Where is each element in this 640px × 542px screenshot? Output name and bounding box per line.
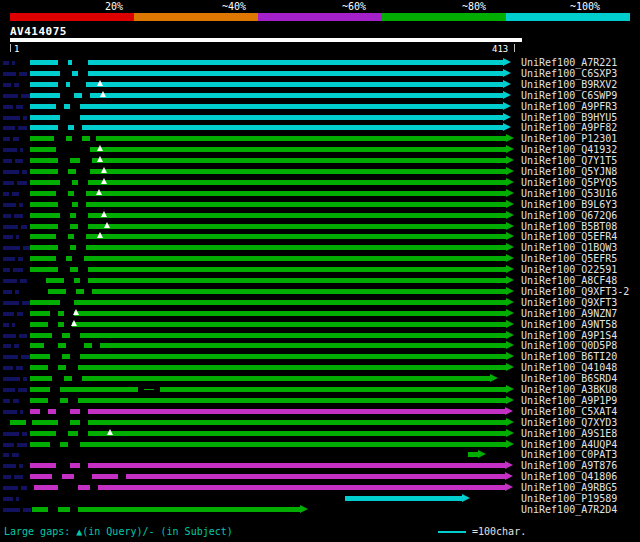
subject-id-label[interactable]: UniRef100_Q5EFR4 <box>521 231 617 242</box>
subject-id-label[interactable]: UniRef100_A9T876 <box>521 460 617 471</box>
hit-bar[interactable] <box>30 300 506 305</box>
subject-id-label[interactable]: UniRef100_Q5EFR5 <box>521 253 617 264</box>
hit-bar[interactable] <box>30 136 506 141</box>
hit-bar[interactable] <box>30 202 506 207</box>
alignment-row[interactable]: UniRef100_Q9XFT3 <box>0 297 640 308</box>
hit-bar[interactable] <box>30 431 506 436</box>
subject-id-label[interactable]: UniRef100_A9PF82 <box>521 122 617 133</box>
alignment-row[interactable]: UniRef100_Q9XFT3-2 <box>0 286 640 297</box>
hit-bar[interactable] <box>30 224 506 229</box>
hit-bar[interactable] <box>30 234 506 239</box>
hit-bar[interactable] <box>468 452 478 457</box>
alignment-row[interactable]: UniRef100_Q5PYQ5 <box>0 177 640 188</box>
hit-bar[interactable] <box>32 507 300 512</box>
alignment-row[interactable]: UniRef100_B6TI20 <box>0 351 640 362</box>
hit-bar[interactable] <box>30 213 506 218</box>
alignment-row[interactable]: UniRef100_P19589 <box>0 493 640 504</box>
alignment-row[interactable]: UniRef100_C0PAT3 <box>0 449 640 460</box>
subject-id-label[interactable]: UniRef100_A9PFR3 <box>521 101 617 112</box>
hit-bar[interactable] <box>30 267 506 272</box>
subject-id-label[interactable]: UniRef100_Q0D5P8 <box>521 340 617 351</box>
hit-bar[interactable] <box>30 71 503 76</box>
alignment-row[interactable]: UniRef100_A9PFR3 <box>0 101 640 112</box>
subject-id-label[interactable]: UniRef100_A9P1S4 <box>521 330 617 341</box>
subject-id-label[interactable]: UniRef100_A7R2D4 <box>521 504 617 515</box>
alignment-row[interactable]: UniRef100_B9RXV2 <box>0 79 640 90</box>
alignment-row[interactable]: UniRef100_Q41048 <box>0 362 640 373</box>
alignment-row[interactable]: UniRef100_A9S1E8 <box>0 428 640 439</box>
subject-id-label[interactable]: UniRef100_C0PAT3 <box>521 449 617 460</box>
alignment-row[interactable]: UniRef100_Q41806 <box>0 471 640 482</box>
alignment-row[interactable]: UniRef100_Q5EFR4 <box>0 231 640 242</box>
subject-id-label[interactable]: UniRef100_Q53U16 <box>521 188 617 199</box>
alignment-row[interactable]: UniRef100_C6SXP3 <box>0 68 640 79</box>
hit-bar[interactable] <box>345 496 462 501</box>
alignment-row[interactable]: UniRef100_B5BT08 <box>0 221 640 232</box>
hit-bar[interactable] <box>30 442 506 447</box>
alignment-row[interactable]: UniRef100_A8CF48 <box>0 275 640 286</box>
subject-id-label[interactable]: UniRef100_Q41932 <box>521 144 617 155</box>
subject-id-label[interactable]: UniRef100_C6SWP9 <box>521 90 617 101</box>
subject-id-label[interactable]: UniRef100_B9HYU5 <box>521 112 617 123</box>
subject-id-label[interactable]: UniRef100_Q7XYD3 <box>521 417 617 428</box>
subject-id-label[interactable]: UniRef100_A9RBG5 <box>521 482 617 493</box>
alignment-row[interactable]: UniRef100_B9L6Y3 <box>0 199 640 210</box>
hit-bar[interactable] <box>30 311 506 316</box>
hit-bar[interactable] <box>30 245 506 250</box>
hit-bar[interactable] <box>46 278 506 283</box>
subject-id-label[interactable]: UniRef100_P12301 <box>521 133 617 144</box>
subject-id-label[interactable]: UniRef100_A9NT58 <box>521 319 617 330</box>
subject-id-label[interactable]: UniRef100_A9S1E8 <box>521 428 617 439</box>
subject-id-label[interactable]: UniRef100_A7R221 <box>521 57 617 68</box>
alignment-row[interactable]: UniRef100_Q5YJN8 <box>0 166 640 177</box>
alignment-row[interactable]: UniRef100_B6SRD4 <box>0 373 640 384</box>
hit-bar[interactable] <box>30 191 506 196</box>
subject-id-label[interactable]: UniRef100_B6SRD4 <box>521 373 617 384</box>
alignment-row[interactable]: UniRef100_A9NT58 <box>0 319 640 330</box>
subject-id-label[interactable]: UniRef100_B9L6Y3 <box>521 199 617 210</box>
alignment-row[interactable]: UniRef100_Q1BQW3 <box>0 242 640 253</box>
hit-bar[interactable] <box>34 485 505 490</box>
alignment-row[interactable]: UniRef100_P12301 <box>0 133 640 144</box>
subject-id-label[interactable]: UniRef100_Q672Q6 <box>521 210 617 221</box>
subject-id-label[interactable]: UniRef100_B6TI20 <box>521 351 617 362</box>
alignment-row[interactable]: UniRef100_A9RBG5 <box>0 482 640 493</box>
alignment-row[interactable]: UniRef100_A9P1S4 <box>0 330 640 341</box>
hit-bar[interactable] <box>30 169 506 174</box>
subject-id-label[interactable]: UniRef100_A9NZN7 <box>521 308 617 319</box>
subject-id-label[interactable]: UniRef100_Q9XFT3-2 <box>521 286 629 297</box>
subject-id-label[interactable]: UniRef100_P19589 <box>521 493 617 504</box>
subject-id-label[interactable]: UniRef100_A9P1P9 <box>521 395 617 406</box>
alignment-row[interactable]: UniRef100_B9HYU5 <box>0 112 640 123</box>
alignment-row[interactable]: UniRef100_Q5EFR5 <box>0 253 640 264</box>
hit-bar[interactable] <box>30 376 490 381</box>
subject-id-label[interactable]: UniRef100_A8CF48 <box>521 275 617 286</box>
alignment-row[interactable]: UniRef100_A9T876 <box>0 460 640 471</box>
hit-bar[interactable] <box>30 60 503 65</box>
hit-bar[interactable] <box>30 82 503 87</box>
hit-bar[interactable] <box>30 180 506 185</box>
hit-bar[interactable] <box>30 409 505 414</box>
hit-bar[interactable] <box>30 343 506 348</box>
subject-id-label[interactable]: UniRef100_Q9XFT3 <box>521 297 617 308</box>
subject-id-label[interactable]: UniRef100_C6SXP3 <box>521 68 617 79</box>
hit-bar[interactable] <box>30 147 506 152</box>
hit-bar[interactable] <box>30 256 506 261</box>
subject-id-label[interactable]: UniRef100_B5BT08 <box>521 221 617 232</box>
alignment-row[interactable]: UniRef100_A7R221 <box>0 57 640 68</box>
alignment-row[interactable]: UniRef100_O22591 <box>0 264 640 275</box>
alignment-row[interactable]: UniRef100_Q41932 <box>0 144 640 155</box>
subject-id-label[interactable]: UniRef100_A3BKU8 <box>521 384 617 395</box>
alignment-row[interactable]: UniRef100_A4UQP4 <box>0 439 640 450</box>
hit-bar[interactable] <box>10 420 506 425</box>
hit-bar[interactable] <box>30 104 503 109</box>
hit-bar[interactable] <box>30 474 505 479</box>
subject-id-label[interactable]: UniRef100_Q5YJN8 <box>521 166 617 177</box>
subject-id-label[interactable]: UniRef100_C5XAT4 <box>521 406 617 417</box>
subject-id-label[interactable]: UniRef100_Q41806 <box>521 471 617 482</box>
hit-bar[interactable] <box>30 158 506 163</box>
subject-id-label[interactable]: UniRef100_A4UQP4 <box>521 439 617 450</box>
alignment-row[interactable]: UniRef100_Q7XYD3 <box>0 417 640 428</box>
alignment-row[interactable]: UniRef100_A3BKU8 <box>0 384 640 395</box>
subject-id-label[interactable]: UniRef100_O22591 <box>521 264 617 275</box>
